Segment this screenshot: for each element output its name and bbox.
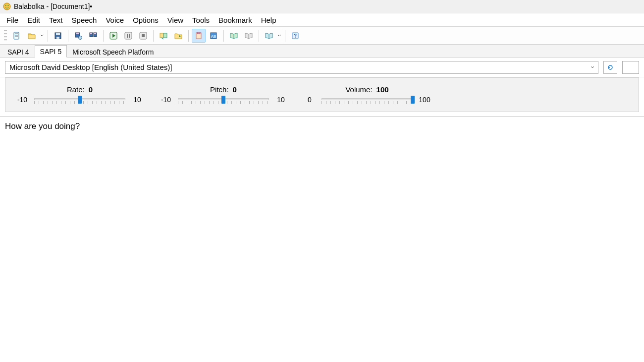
- volume-label: Volume:: [345, 85, 372, 94]
- menu-voice[interactable]: Voice: [101, 13, 128, 26]
- open-folder-icon: [27, 31, 36, 40]
- chevron-down-icon: [590, 65, 595, 70]
- voice-select-value: Microsoft David Desktop [English (United…: [9, 63, 172, 71]
- play-icon: [109, 31, 118, 40]
- svg-rect-23: [197, 32, 200, 34]
- dictionary-panel-button[interactable]: AB: [207, 29, 220, 43]
- toolbar: AB ?: [0, 27, 644, 45]
- menu-options[interactable]: Options: [128, 13, 163, 26]
- refresh-voices-button[interactable]: [603, 61, 617, 74]
- save-audio-button[interactable]: [71, 29, 85, 43]
- svg-rect-3: [14, 32, 19, 39]
- play-button[interactable]: [107, 29, 120, 43]
- toolbar-grip: [4, 30, 7, 41]
- toolbar-separator: [223, 30, 224, 42]
- svg-rect-17: [129, 34, 130, 38]
- svg-rect-12: [90, 33, 92, 34]
- svg-rect-15: [125, 32, 132, 39]
- batch-convert-button[interactable]: [157, 29, 170, 43]
- voice-settings-button[interactable]: [622, 61, 639, 74]
- svg-rect-16: [127, 34, 128, 38]
- spellcheck-button[interactable]: [262, 29, 276, 43]
- toolbar-separator: [285, 30, 285, 42]
- svg-rect-20: [160, 33, 163, 38]
- menu-edit[interactable]: Edit: [23, 13, 45, 26]
- title-bar: Balabolka - [Document1]•: [0, 0, 644, 13]
- pitch-slider-group: Pitch: 0 -10 10: [159, 85, 288, 105]
- svg-point-2: [7, 5, 8, 6]
- pitch-min: -10: [159, 96, 173, 104]
- tab-ms-speech-platform[interactable]: Microsoft Speech Platform: [67, 46, 159, 58]
- rate-slider-thumb[interactable]: [78, 96, 82, 104]
- volume-slider[interactable]: [322, 95, 413, 105]
- open-file-dropdown[interactable]: [40, 29, 45, 43]
- svg-point-9: [79, 36, 82, 39]
- save-button[interactable]: [51, 29, 65, 43]
- pause-icon: [124, 31, 133, 40]
- menu-bookmark[interactable]: Bookmark: [214, 13, 257, 26]
- text-area-container: How are you doing?: [0, 116, 644, 350]
- open-file-button[interactable]: [25, 29, 39, 43]
- clipboard-icon: [194, 31, 203, 40]
- pitch-slider-thumb[interactable]: [221, 96, 225, 104]
- volume-slider-group: Volume: 100 0 100: [303, 85, 431, 105]
- volume-slider-thumb[interactable]: [411, 96, 415, 104]
- split-audio-button[interactable]: [86, 29, 100, 43]
- svg-point-1: [5, 5, 6, 6]
- pause-button[interactable]: [121, 29, 135, 43]
- menu-help[interactable]: Help: [257, 13, 281, 26]
- toolbar-separator: [103, 30, 104, 42]
- svg-rect-21: [163, 33, 167, 38]
- tab-sapi4[interactable]: SAPI 4: [2, 46, 35, 58]
- rate-label: Rate:: [67, 85, 85, 94]
- toolbar-separator: [188, 30, 189, 42]
- convert-folder-icon: [174, 31, 183, 40]
- rate-slider[interactable]: [34, 95, 125, 105]
- menu-bar: File Edit Text Speech Voice Options View…: [0, 13, 644, 27]
- pitch-max: 10: [274, 96, 288, 104]
- open-book-grey-icon: [244, 31, 253, 40]
- spellcheck-icon: [265, 31, 273, 40]
- spellcheck-dropdown[interactable]: [277, 29, 282, 43]
- rate-value: 0: [89, 85, 93, 94]
- app-icon: [3, 2, 11, 10]
- split-audio-icon: [89, 31, 98, 40]
- menu-file[interactable]: File: [2, 13, 23, 26]
- pitch-slider[interactable]: [178, 95, 269, 105]
- tab-sapi5[interactable]: SAPI 5: [35, 45, 67, 58]
- dictionary-icon: AB: [209, 31, 218, 40]
- window-title: Balabolka - [Document1]•: [14, 2, 92, 10]
- rate-max: 10: [130, 96, 144, 104]
- toolbar-separator: [68, 30, 68, 42]
- svg-rect-19: [142, 34, 145, 37]
- sliders-panel: Rate: 0 -10 10 Pitch: 0 -10 10 Vol: [5, 77, 639, 112]
- toolbar-separator: [48, 30, 48, 42]
- save-icon: [54, 31, 62, 40]
- stop-button[interactable]: [136, 29, 150, 43]
- volume-max: 100: [418, 96, 431, 104]
- convert-folder-button[interactable]: [171, 29, 185, 43]
- help-button[interactable]: ?: [288, 29, 302, 43]
- speech-api-tabs: SAPI 4 SAPI 5 Microsoft Speech Platform: [0, 45, 644, 58]
- bookmark-grey-button[interactable]: [242, 29, 256, 43]
- voice-row: Microsoft David Desktop [English (United…: [0, 58, 644, 77]
- new-file-icon: [12, 31, 21, 40]
- chevron-down-icon: [40, 34, 44, 38]
- rate-min: -10: [15, 96, 29, 104]
- batch-convert-icon: [159, 31, 168, 40]
- svg-point-0: [3, 3, 10, 10]
- menu-text[interactable]: Text: [45, 13, 67, 26]
- voice-select[interactable]: Microsoft David Desktop [English (United…: [5, 61, 598, 74]
- menu-tools[interactable]: Tools: [188, 13, 214, 26]
- clipboard-panel-button[interactable]: [192, 29, 206, 43]
- pitch-label: Pitch:: [210, 85, 229, 94]
- menu-view[interactable]: View: [163, 13, 188, 26]
- new-file-button[interactable]: [10, 29, 24, 43]
- toolbar-separator: [259, 30, 259, 42]
- bookmark-read-button[interactable]: [227, 29, 241, 43]
- svg-rect-13: [94, 33, 96, 34]
- menu-speech[interactable]: Speech: [67, 13, 102, 26]
- pitch-value: 0: [233, 85, 237, 94]
- document-text-area[interactable]: How are you doing?: [0, 117, 644, 350]
- help-icon: ?: [291, 31, 300, 40]
